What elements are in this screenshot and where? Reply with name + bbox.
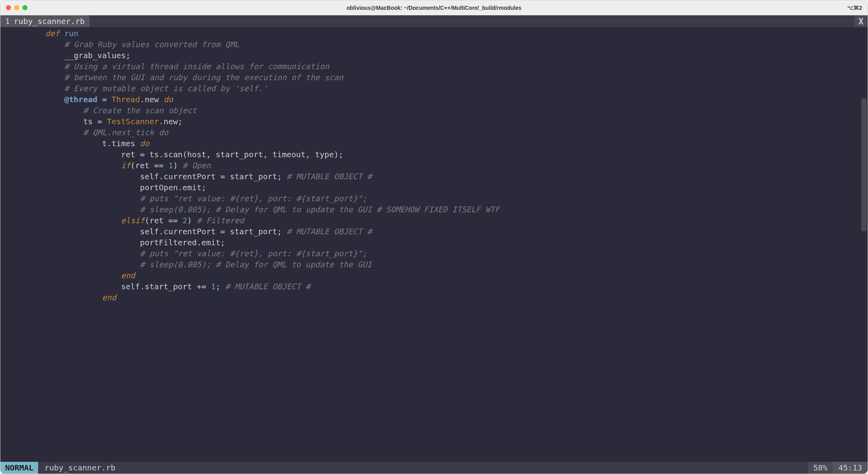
maximize-window-button[interactable]: [22, 5, 28, 10]
window-title: oblivious@MacBook: ~/Documents/C++/Multi…: [347, 5, 521, 11]
code-line[interactable]: # Create the scan object: [7, 105, 868, 116]
code-token: (ret ==: [130, 161, 168, 170]
code-token: self.start_port +=: [121, 282, 211, 291]
code-line[interactable]: t.times do: [7, 138, 868, 149]
code-token: # MUTABLE OBJECT #: [286, 172, 372, 181]
code-token: # Open: [183, 161, 211, 170]
code-token: ;: [216, 282, 225, 291]
vim-mode-indicator: NORMAL: [0, 462, 38, 474]
code-token: do: [163, 95, 173, 104]
code-line[interactable]: ts = TestScanner.new;: [7, 116, 868, 127]
scrollbar-track[interactable]: [861, 27, 867, 462]
code-line[interactable]: # QML.next_tick do: [7, 127, 868, 138]
code-line[interactable]: self.currentPort = start_port; # MUTABLE…: [7, 226, 868, 237]
code-token: @thread: [64, 95, 97, 104]
code-token: (ret ==: [145, 216, 182, 225]
status-right: 58% 45:13: [808, 462, 868, 474]
code-line[interactable]: # Grab Ruby values converted from QML: [7, 39, 868, 50]
code-token: # MUTABLE OBJECT #: [225, 282, 310, 291]
code-token: Thread: [112, 95, 140, 104]
code-line[interactable]: self.currentPort = start_port; # MUTABLE…: [7, 171, 868, 182]
code-line[interactable]: # Every mutable object is called by 'sel…: [7, 83, 868, 94]
code-line[interactable]: # between the GUI and ruby during the ex…: [7, 72, 868, 83]
code-token: .new: [140, 95, 163, 104]
code-token: portFiltered.emit;: [140, 238, 225, 247]
code-token: # puts "ret value: #{ret}, port: #{start…: [140, 194, 367, 203]
code-token: self.currentPort = start_port;: [140, 227, 286, 236]
tab-close-button[interactable]: X: [854, 15, 868, 27]
close-icon: X: [858, 17, 863, 26]
code-token: ): [173, 161, 182, 170]
code-line[interactable]: if(ret == 1) # Open: [7, 160, 868, 171]
code-token: def: [45, 29, 59, 38]
scrollbar-thumb[interactable]: [861, 98, 867, 231]
status-filename: ruby_scanner.rb: [38, 462, 122, 474]
code-token: self.currentPort = start_port;: [140, 172, 286, 181]
status-position: 45:13: [833, 462, 868, 474]
code-token: t.times: [102, 139, 140, 148]
code-token: # between the GUI and ruby during the ex…: [64, 73, 343, 82]
code-token: ): [187, 216, 197, 225]
code-token: =: [97, 95, 112, 104]
code-token: run: [64, 29, 79, 38]
code-line[interactable]: ret = ts.scan(host, start_port, timeout,…: [7, 149, 868, 160]
code-token: .new;: [159, 117, 182, 126]
code-token: ts =: [83, 117, 107, 126]
terminal-window: oblivious@MacBook: ~/Documents/C++/Multi…: [0, 0, 868, 474]
code-token: 1: [211, 282, 216, 291]
code-line[interactable]: # Using a virtual thread inside allows f…: [7, 61, 868, 72]
code-token: # Every mutable object is called by 'sel…: [64, 84, 268, 93]
code-token: # Filtered: [197, 216, 244, 225]
status-percent: 58%: [808, 462, 833, 474]
code-token: end: [121, 271, 135, 280]
code-line[interactable]: # puts "ret value: #{ret}, port: #{start…: [7, 193, 868, 204]
code-token: TestScanner: [107, 117, 159, 126]
tab-filename: ruby_scanner.rb: [14, 17, 85, 26]
vim-tab-1[interactable]: 1 ruby_scanner.rb: [0, 15, 90, 27]
code-token: 1: [168, 161, 173, 170]
code-line[interactable]: @thread = Thread.new do: [7, 94, 868, 105]
code-token: # MUTABLE OBJECT #: [286, 227, 372, 236]
code-token: do: [140, 139, 149, 148]
code-line[interactable]: portOpen.emit;: [7, 182, 868, 193]
code-line[interactable]: elsif(ret == 2) # Filtered: [7, 215, 868, 226]
vim-statusline: NORMAL ruby_scanner.rb 58% 45:13: [0, 462, 868, 474]
code-token: portOpen.emit;: [140, 183, 206, 192]
minimize-window-button[interactable]: [14, 5, 19, 10]
code-line[interactable]: # sleep(0.005); # Delay for QML to updat…: [7, 259, 868, 270]
code-line[interactable]: def run: [7, 28, 868, 39]
code-token: # Create the scan object: [83, 106, 197, 115]
code-token: elsif: [121, 216, 145, 225]
tab-index: 1: [5, 17, 10, 26]
code-line[interactable]: end: [7, 270, 868, 281]
traffic-lights: [6, 5, 28, 10]
titlebar: oblivious@MacBook: ~/Documents/C++/Multi…: [0, 0, 868, 15]
code-token: # sleep(0.005); # Delay for QML to updat…: [140, 260, 372, 269]
code-token: end: [102, 293, 116, 302]
code-token: # Grab Ruby values converted from QML: [64, 40, 240, 49]
code-line[interactable]: __grab_values;: [7, 50, 868, 61]
code-line[interactable]: portFiltered.emit;: [7, 237, 868, 248]
code-token: # puts "ret value: #{ret}, port: #{start…: [140, 249, 367, 258]
code-line[interactable]: # sleep(0.005); # Delay for QML to updat…: [7, 204, 868, 215]
code-line[interactable]: # puts "ret value: #{ret}, port: #{start…: [7, 248, 868, 259]
code-token: # QML.next_tick do: [83, 128, 169, 137]
code-token: 2: [183, 216, 187, 225]
code-token: # sleep(0.005); # Delay for QML to updat…: [140, 205, 499, 214]
code-token: # Using a virtual thread inside allows f…: [64, 62, 329, 71]
code-token: ret = ts.scan(host, start_port, timeout,…: [121, 150, 343, 159]
window-shortcut-hint: ⌥⌘2: [847, 5, 862, 11]
code-token: __grab_values;: [64, 51, 131, 60]
code-token: [59, 29, 64, 38]
close-window-button[interactable]: [6, 5, 11, 10]
code-token: if: [121, 161, 130, 170]
code-line[interactable]: self.start_port += 1; # MUTABLE OBJECT #: [7, 281, 868, 292]
code-line[interactable]: end: [7, 292, 868, 303]
code-content[interactable]: def run # Grab Ruby values converted fro…: [0, 27, 868, 303]
editor-viewport[interactable]: def run # Grab Ruby values converted fro…: [0, 27, 868, 462]
vim-tabline: 1 ruby_scanner.rb X: [0, 15, 868, 27]
